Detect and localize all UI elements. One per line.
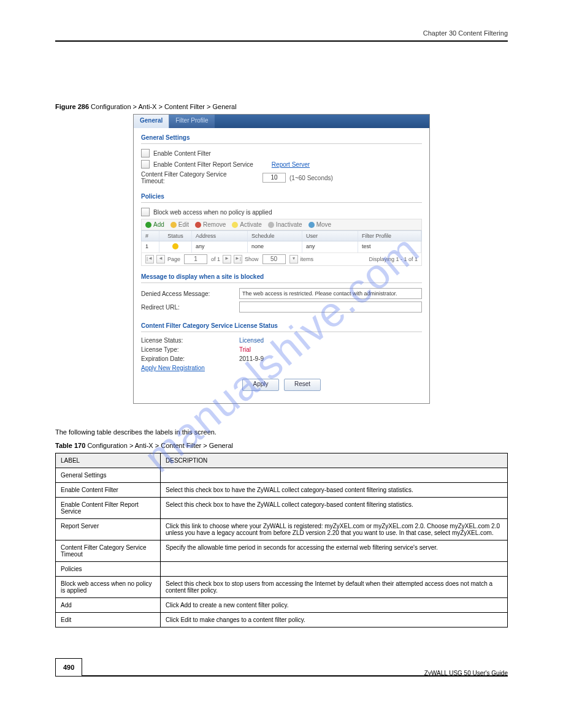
cell-label: Block web access when no policy is appli… [56,577,161,598]
edit-icon [170,222,177,228]
input-denied-message[interactable]: The web access is restricted. Please con… [239,288,422,299]
inactivate-button[interactable]: Inactivate [268,221,302,228]
add-button[interactable]: Add [145,221,164,228]
col-status: Status [159,231,192,241]
table-intro: The following table describes the labels… [55,428,508,436]
tab-filter-profile[interactable]: Filter Profile [169,115,214,128]
figure-path: Configuration > Anti-X > Content Filter … [91,103,237,110]
label-block-no-policy: Block web access when no policy is appli… [153,209,272,216]
pager-show-input[interactable]: 50 [262,254,286,264]
label-timeout: Content Filter Category Service Timeout: [141,171,250,184]
pager-items-label: items [301,256,314,262]
table-row: EditClick Edit to make changes to a cont… [56,613,508,628]
add-icon [145,222,151,228]
figure-caption: Figure 286 Configuration > Anti-X > Cont… [55,103,508,110]
bulb-icon [172,243,178,249]
figure-lead: Figure 286 [55,103,91,110]
edit-button[interactable]: Edit [170,221,189,228]
cell-description: Click this link to choose where your ZyW… [161,519,508,540]
label-denied-message: Denied Access Message: [141,290,239,297]
activate-icon [232,222,238,228]
cell-label: Edit [56,613,161,628]
th-description: DESCRIPTION [161,453,508,468]
move-button[interactable]: Move [308,221,331,228]
checkbox-enable-report-service[interactable] [141,160,150,169]
table-caption: Table 170 Configuration > Anti-X > Conte… [55,442,508,449]
inactivate-icon [268,222,274,228]
pager-display: Displaying 1 - 1 of 1 [369,256,418,262]
value-license-status: Licensed [239,337,264,344]
tab-bar: General Filter Profile [134,115,429,128]
description-table: LABEL DESCRIPTION General SettingsEnable… [55,453,508,628]
label-redirect-url: Redirect URL: [141,304,239,311]
cell-label: Enable Content Filter [56,483,161,498]
cell-label: Content Filter Category Service Timeout [56,540,161,562]
col-index: # [142,231,159,241]
col-schedule: Schedule [248,231,302,241]
table-row: Report ServerClick this link to choose w… [56,519,508,540]
pager-page-label: Page [167,256,180,262]
cell-schedule: none [248,241,302,252]
col-user: User [302,231,358,241]
cell-description: Click Add to create a new content filter… [161,598,508,613]
section-policies: Policies [141,193,422,200]
screenshot-panel: General Filter Profile General Settings … [133,114,430,404]
cell-user: any [302,241,358,252]
remove-button[interactable]: Remove [195,221,226,228]
input-redirect-url[interactable] [239,301,422,313]
policies-toolbar: Add Edit Remove Activate Inactivate Move [141,219,422,230]
label-license-type: License Type: [141,346,239,353]
table-row: Enable Content FilterSelect this check b… [56,483,508,498]
cell-label: Report Server [56,519,161,540]
table-row: Enable Content Filter Report ServiceSele… [56,498,508,519]
table-row: General Settings [56,468,508,483]
table-caption-lead: Table 170 [55,442,87,449]
cell-description: Select this check box to have the ZyWALL… [161,498,508,519]
checkbox-enable-content-filter[interactable] [141,149,150,157]
input-timeout[interactable]: 10 [262,173,286,183]
header-rule [55,40,508,42]
page-number: 490 [55,658,82,677]
pager-show-label: Show [245,256,259,262]
section-general-settings: General Settings [141,134,422,141]
th-label: LABEL [56,453,161,468]
cell-filter-profile: test [358,241,421,252]
label-enable-report-service: Enable Content Filter Report Service [153,161,253,168]
table-row: Block web access when no policy is appli… [56,577,508,598]
cell-address: any [192,241,248,252]
table-row[interactable]: 1 any none any test [141,241,422,253]
chevron-down-icon[interactable]: ▾ [289,255,298,264]
chapter-heading: Chapter 30 Content Filtering [55,29,508,37]
cell-index: 1 [142,241,159,252]
pager-of: of 1 [211,256,220,262]
section-blocked-message: Message to display when a site is blocke… [141,273,422,280]
pager-prev[interactable]: ◄ [156,255,165,264]
cell-label: General Settings [56,468,161,483]
pager-next[interactable]: ► [223,255,231,264]
pager-page-input[interactable]: 1 [184,254,207,264]
label-enable-content-filter: Enable Content Filter [153,150,211,157]
value-expiration-date: 2011-9-9 [239,355,264,362]
link-apply-new-registration[interactable]: Apply New Registration [141,365,205,371]
pager: |◄ ◄ Page 1 of 1 ► ►| Show 50 ▾ items Di… [141,253,422,266]
activate-button[interactable]: Activate [232,221,262,228]
checkbox-block-no-policy[interactable] [141,208,150,216]
tab-general[interactable]: General [134,115,169,128]
table-row: AddClick Add to create a new content fil… [56,598,508,613]
link-report-server[interactable]: Report Server [272,161,310,168]
reset-button[interactable]: Reset [284,379,321,391]
table-row: Policies [56,562,508,577]
cell-label: Policies [56,562,161,577]
cell-status [159,241,192,252]
policies-grid-header: # Status Address Schedule User Filter Pr… [141,230,422,241]
apply-button[interactable]: Apply [242,379,279,391]
pager-first[interactable]: |◄ [145,255,154,264]
table-row: Content Filter Category Service TimeoutS… [56,540,508,562]
table-caption-path: Configuration > Anti-X > Content Filter … [87,442,233,449]
cell-description: Specify the allowable time period in sec… [161,540,508,562]
helper-timeout-range: (1~60 Seconds) [289,175,333,181]
pager-last[interactable]: ►| [234,255,242,264]
cell-label: Enable Content Filter Report Service [56,498,161,519]
label-expiration-date: Expiration Date: [141,355,239,362]
move-icon [308,222,315,228]
